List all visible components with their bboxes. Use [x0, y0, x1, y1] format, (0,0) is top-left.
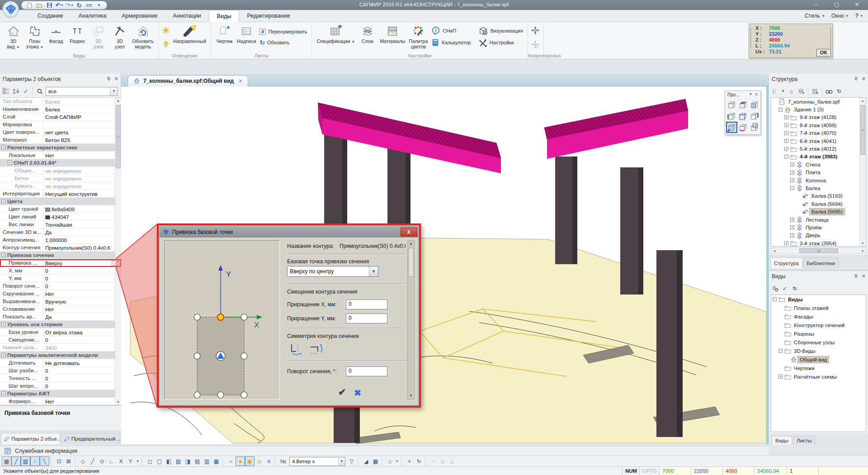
dialog-cancel-button[interactable]: ✖	[354, 388, 361, 398]
light-on-icon[interactable]: ●	[236, 456, 245, 466]
snap-points-icon[interactable]: ∴	[30, 456, 40, 466]
lamp-light-button[interactable]: Y	[162, 40, 170, 48]
property-group-row[interactable]: −СНиП 2.03.01-84*	[0, 159, 121, 167]
snap-line-icon[interactable]: ╱	[11, 456, 21, 466]
structure-tree-item[interactable]: +5-й этаж (4012)	[771, 145, 866, 152]
chevron-down-icon[interactable]: ▼	[781, 87, 785, 95]
views-tree-item[interactable]: Планы этажей	[771, 304, 866, 312]
property-row[interactable]: Скручивание ...Нет	[0, 290, 121, 298]
projection-cube-twoblue[interactable]	[749, 122, 760, 133]
update-model-button[interactable]: ↻	[75, 2, 83, 9]
ellipsis-button[interactable]: ...	[112, 261, 119, 266]
tab-листы[interactable]: Листы	[793, 436, 815, 445]
pin-icon[interactable]	[106, 76, 111, 82]
property-row[interactable]: НаименованиеБалка	[0, 105, 121, 113]
projection-cube-leftgreen[interactable]	[726, 110, 737, 122]
property-row[interactable]: Выравнивани...Вручную	[0, 298, 121, 305]
center-point-icon[interactable]: ⊙	[97, 456, 107, 466]
structure-tree-item[interactable]: 7_колонны_балки.spf	[771, 98, 866, 105]
expand-icon[interactable]: +	[790, 171, 794, 175]
apply-icon[interactable]: ✓	[781, 285, 789, 293]
ribbon-button[interactable]: Разрез	[67, 23, 87, 52]
ortho-mode-icon[interactable]: ∟	[107, 456, 116, 466]
measure-angle-2-icon[interactable]: ∠	[448, 456, 457, 466]
more-snaps-icon[interactable]: ▾	[135, 456, 140, 466]
ribbon-button[interactable]: 3D вид ▼	[3, 23, 24, 52]
property-row[interactable]: Аппроксимац...1.000000	[0, 236, 121, 244]
ribbon-button[interactable]: 3D узел	[109, 23, 130, 52]
move-tool-button[interactable]	[531, 26, 539, 34]
ribbon-small-button[interactable]: ↻Обновить	[258, 37, 308, 48]
structure-tree-item[interactable]: −Балка	[771, 184, 866, 192]
filter-number-icon[interactable]: №	[278, 456, 288, 466]
light-scene-icon[interactable]: ▣	[245, 456, 255, 466]
property-row[interactable]: Поворот сече...0	[0, 282, 121, 290]
structure-tree-item[interactable]: +Лестница	[771, 216, 866, 223]
ribbon-button[interactable]: Обновить модель	[131, 23, 155, 52]
property-row[interactable]: Бетонне определено	[0, 175, 121, 182]
property-row[interactable]: Шаг аппро...0	[0, 382, 121, 390]
menu-стиль[interactable]: Стиль▼	[805, 13, 825, 19]
projection-cube-topred[interactable]	[737, 99, 749, 110]
restore-button[interactable]: ▢	[826, 0, 847, 10]
more-views-icon[interactable]: ▾	[395, 456, 400, 466]
views-tree-item[interactable]: −3D-Виды	[771, 347, 866, 355]
draw-segment-icon[interactable]: ╱	[88, 456, 97, 466]
snap-grid-icon[interactable]: ▦	[2, 456, 11, 466]
structure-tree-item[interactable]: +8-й этаж (4099)	[771, 121, 866, 129]
projection-cube-frontblue[interactable]	[749, 99, 760, 110]
measure-angle-icon[interactable]: ∠	[438, 456, 448, 466]
expand-icon[interactable]: +	[784, 131, 788, 135]
property-row[interactable]: Шаг разби...0	[0, 367, 121, 375]
views-tree-item[interactable]: Сборочные узлы	[771, 338, 866, 347]
workplane-icon[interactable]: ◇	[78, 456, 88, 466]
tab-структура[interactable]: Структура	[770, 257, 802, 268]
close-panel-icon[interactable]: ✕	[862, 76, 866, 82]
ribbon-small-button[interactable]: iСНиП	[430, 25, 472, 36]
property-row[interactable]: База уровняОт верха этажа	[0, 328, 121, 336]
structure-tree-item[interactable]: +Проём	[771, 223, 866, 231]
menu-help[interactable]: ?▼	[855, 13, 863, 19]
ribbon-small-button[interactable]: Настройки	[477, 37, 524, 48]
ribbon-tab-аналитика[interactable]: Аналитика	[71, 10, 114, 22]
save-file-button[interactable]	[46, 2, 53, 9]
structure-tree-item[interactable]: Балка (5695)	[771, 208, 866, 215]
load-case-select[interactable]: 4.Ветер x▼	[289, 457, 345, 466]
views-tree-item[interactable]: −Виды	[771, 295, 866, 304]
property-row[interactable]: Тип объектаБалка	[0, 98, 121, 105]
redo-button[interactable]: ↷▾	[66, 2, 73, 9]
views-tree-item[interactable]: Общий вид	[771, 355, 866, 364]
inc-x-input[interactable]: 0	[346, 299, 387, 309]
home-view-icon[interactable]: ⌂	[385, 456, 395, 466]
collapse-icon[interactable]: −	[8, 161, 12, 165]
scroll-down-icon[interactable]: ▼	[860, 240, 866, 246]
property-row[interactable]: СглаживаниеНет	[0, 305, 121, 313]
property-row[interactable]: Цвет поверхн...нет цвета	[0, 128, 121, 136]
structure-tree-item[interactable]: +Колонна	[771, 176, 866, 184]
views-tree-item[interactable]: Конструктор сечений	[771, 321, 866, 329]
expand-icon[interactable]: +	[790, 225, 794, 229]
collapse-icon[interactable]: −	[1, 145, 5, 149]
property-group-row[interactable]: −Параметры аналитической модели	[0, 352, 121, 359]
ribbon-button[interactable]: Чертеж	[214, 23, 235, 52]
ribbon-button[interactable]: Спецификации ▼	[315, 23, 356, 52]
pin-icon[interactable]	[854, 274, 859, 279]
structure-tree-item[interactable]: Балка (5694)	[771, 200, 866, 208]
open-file-button[interactable]	[36, 2, 43, 9]
service-info-bar[interactable]: Служебная информация	[0, 446, 769, 456]
scroll-up-icon[interactable]: ▲	[115, 98, 121, 104]
ribbon-button[interactable]: Слои	[357, 23, 377, 52]
collapse-icon[interactable]: −	[1, 353, 5, 357]
inc-y-input[interactable]: 0	[346, 314, 387, 323]
property-row[interactable]: Y, мм0	[0, 275, 121, 282]
categorized-view-icon[interactable]	[2, 87, 10, 95]
close-button[interactable]: ✕	[847, 0, 867, 10]
property-row[interactable]: Нижний уров...3400	[0, 344, 121, 352]
structure-tree-item[interactable]: +9-й этаж (4128)	[771, 114, 866, 121]
model-book-icon[interactable]: ▤	[193, 456, 202, 466]
collapse-icon[interactable]: −	[1, 253, 5, 257]
views-tree-item[interactable]: Чертежи	[771, 364, 866, 372]
property-row[interactable]: Точность ...0	[0, 375, 121, 382]
property-group-row[interactable]: −Параметры АЖТ	[0, 390, 121, 398]
property-row[interactable]: Показать ар...Да	[0, 313, 121, 321]
